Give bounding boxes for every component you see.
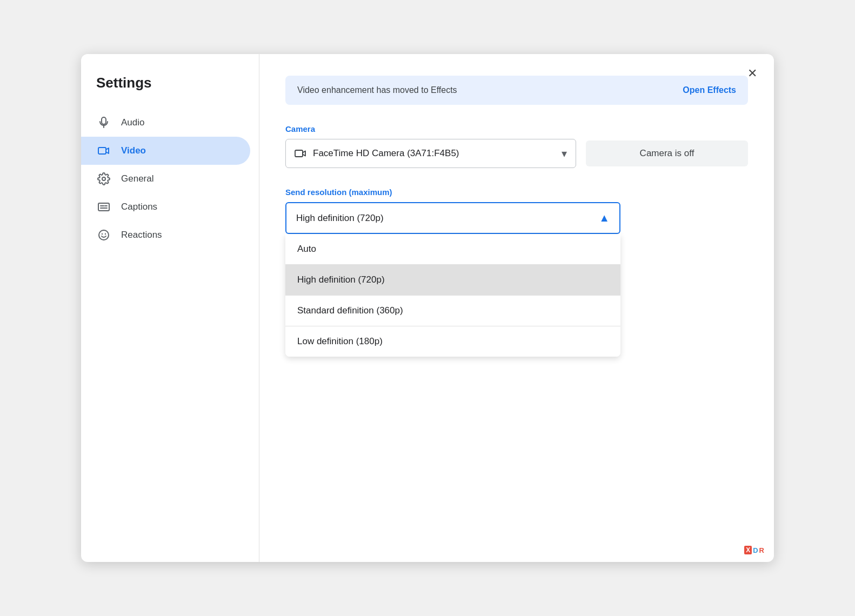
resolution-option-auto[interactable]: Auto (285, 234, 620, 264)
audio-icon (96, 115, 111, 130)
sidebar-item-audio[interactable]: Audio (81, 109, 250, 137)
svg-rect-2 (98, 148, 106, 154)
camera-select-icon (295, 149, 306, 158)
open-effects-button[interactable]: Open Effects (683, 85, 736, 95)
dialog-title: Settings (81, 69, 259, 109)
svg-point-9 (102, 233, 103, 235)
gear-icon (96, 171, 111, 186)
selected-camera-label: FaceTime HD Camera (3A71:F4B5) (313, 148, 459, 159)
reactions-icon (96, 227, 111, 243)
resolution-option-180p[interactable]: Low definition (180p) (285, 326, 620, 357)
resolution-section-label: Send resolution (maximum) (285, 188, 748, 197)
main-content: Video enhancement has moved to Effects O… (259, 54, 774, 562)
svg-rect-11 (295, 150, 303, 157)
xdr-watermark: X D R (744, 546, 764, 554)
sidebar-item-video[interactable]: Video (81, 137, 250, 165)
svg-rect-4 (98, 203, 109, 211)
banner-text: Video enhancement has moved to Effects (297, 85, 457, 95)
svg-point-3 (102, 177, 105, 180)
sidebar: Settings Audio Video (81, 54, 259, 562)
selected-resolution-label: High definition (720p) (296, 213, 384, 224)
sidebar-item-label: Reactions (121, 230, 162, 240)
svg-point-10 (105, 233, 106, 235)
camera-off-display: Camera is off (586, 140, 748, 166)
sidebar-item-general[interactable]: General (81, 165, 250, 193)
resolution-section: Send resolution (maximum) High definitio… (285, 188, 748, 357)
resolution-option-360p[interactable]: Standard definition (360p) (285, 296, 620, 326)
svg-point-8 (99, 230, 109, 240)
camera-dropdown-arrow: ▾ (562, 147, 567, 160)
sidebar-item-label: General (121, 173, 153, 184)
sidebar-item-label: Audio (121, 117, 144, 128)
resolution-option-720p[interactable]: High definition (720p) (285, 265, 620, 295)
resolution-dropdown-list: Auto High definition (720p) Standard def… (285, 234, 620, 357)
svg-rect-0 (102, 117, 106, 124)
camera-section-label: Camera (285, 124, 748, 133)
settings-dialog: ✕ Settings Audio Video (81, 54, 774, 562)
effects-banner: Video enhancement has moved to Effects O… (285, 76, 748, 105)
resolution-dropdown-arrow: ▲ (599, 212, 610, 224)
sidebar-item-reactions[interactable]: Reactions (81, 221, 250, 249)
camera-off-text: Camera is off (640, 148, 694, 158)
resolution-dropdown[interactable]: High definition (720p) ▲ (285, 202, 620, 234)
sidebar-item-label: Captions (121, 202, 157, 212)
close-button[interactable]: ✕ (743, 64, 762, 83)
camera-row: FaceTime HD Camera (3A71:F4B5) ▾ Camera … (285, 139, 748, 168)
captions-icon (96, 199, 111, 215)
sidebar-item-captions[interactable]: Captions (81, 193, 250, 221)
video-icon (96, 143, 111, 158)
sidebar-item-label: Video (121, 145, 146, 156)
camera-dropdown[interactable]: FaceTime HD Camera (3A71:F4B5) ▾ (285, 139, 576, 168)
